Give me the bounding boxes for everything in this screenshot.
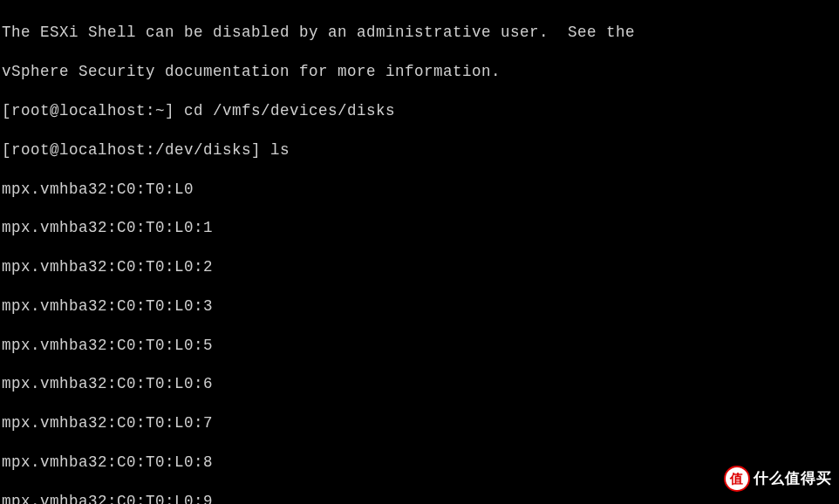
command-text: ls: [270, 141, 290, 159]
command-text: cd /vmfs/devices/disks: [184, 102, 395, 119]
ls-entry: mpx.vmhba32:C0:T0:L0:7: [2, 413, 837, 432]
motd-line: The ESXi Shell can be disabled by an adm…: [2, 23, 837, 42]
ls-entry: mpx.vmhba32:C0:T0:L0:3: [2, 296, 837, 316]
ls-entry: mpx.vmhba32:C0:T0:L0:8: [2, 453, 837, 472]
ls-entry: mpx.vmhba32:C0:T0:L0:5: [2, 336, 837, 355]
ls-entry: mpx.vmhba32:C0:T0:L0:6: [2, 374, 837, 393]
motd-line: vSphere Security documentation for more …: [2, 62, 837, 81]
shell-prompt: [root@localhost:~]: [2, 102, 184, 119]
shell-prompt: [root@localhost:/dev/disks]: [2, 141, 270, 159]
terminal-output[interactable]: The ESXi Shell can be disabled by an adm…: [0, 0, 839, 504]
watermark: 值 什么值得买: [724, 466, 832, 492]
ls-entry: mpx.vmhba32:C0:T0:L0:9: [2, 492, 837, 504]
ls-entry: mpx.vmhba32:C0:T0:L0: [2, 180, 837, 199]
ls-entry: mpx.vmhba32:C0:T0:L0:1: [2, 218, 837, 237]
history-line: [root@localhost:/dev/disks] ls: [2, 140, 837, 160]
history-line: [root@localhost:~] cd /vmfs/devices/disk…: [2, 101, 837, 120]
watermark-text: 什么值得买: [754, 469, 832, 488]
watermark-badge-icon: 值: [724, 466, 750, 492]
ls-entry: mpx.vmhba32:C0:T0:L0:2: [2, 257, 837, 276]
